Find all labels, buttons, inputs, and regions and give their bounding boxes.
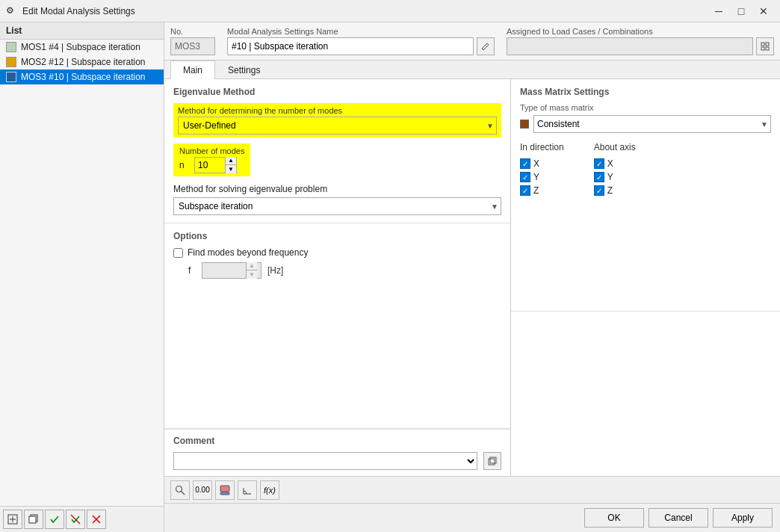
decrement-button[interactable]: ▼ — [226, 165, 236, 173]
delete-button[interactable] — [87, 510, 106, 529]
svg-rect-10 — [766, 43, 769, 46]
eigenvalue-section: Eigenvalue Method Method for determining… — [164, 79, 510, 223]
mass-type-select[interactable]: Consistent Lumped Rotational — [533, 115, 771, 133]
edit-name-button[interactable] — [477, 37, 495, 55]
direction-x-checkbox[interactable]: ✓ — [520, 158, 530, 169]
title-bar-controls: ─ □ ✕ — [708, 2, 774, 20]
color-button[interactable] — [215, 480, 235, 500]
ok-button[interactable]: OK — [584, 508, 644, 528]
cross-check-icon — [70, 514, 81, 525]
close-button[interactable]: ✕ — [753, 2, 774, 20]
name-input[interactable] — [227, 37, 474, 55]
svg-rect-18 — [220, 492, 229, 495]
solve-method-select[interactable]: Subspace iteration Lanczos ICG — [173, 197, 501, 215]
cancel-button[interactable]: Cancel — [649, 508, 708, 528]
name-row — [227, 37, 495, 55]
comment-row — [173, 452, 501, 470]
new-item-button[interactable] — [3, 510, 22, 529]
solve-method-label: Method for solving eigenvalue problem — [173, 184, 501, 194]
search-icon — [175, 485, 185, 495]
check-icon — [49, 514, 60, 525]
mass-matrix-title: Mass Matrix Settings — [520, 87, 771, 97]
comment-action-button[interactable] — [483, 452, 501, 470]
freq-input[interactable] — [202, 264, 246, 277]
direction-x-row: ✓ X — [520, 158, 564, 169]
assigned-action-button[interactable] — [756, 37, 774, 55]
assigned-field: Assigned to Load Cases / Combinations — [507, 27, 774, 55]
find-modes-checkbox[interactable] — [173, 248, 183, 258]
restore-button[interactable]: □ — [731, 2, 752, 20]
svg-rect-11 — [761, 47, 764, 50]
grid-icon — [761, 42, 770, 51]
new-icon — [7, 514, 18, 525]
direction-z-row: ✓ Z — [520, 185, 564, 196]
sidebar-item-mos3-label: MOS3 #10 | Subspace iteration — [21, 72, 146, 82]
formula-button[interactable]: f(x) — [260, 480, 279, 500]
svg-rect-13 — [489, 459, 495, 465]
window-title: Edit Modal Analysis Settings — [22, 6, 708, 16]
direction-y-checkbox[interactable]: ✓ — [520, 172, 530, 182]
no-label: No. — [170, 27, 215, 36]
angle-icon — [242, 485, 253, 495]
angle-button[interactable] — [238, 480, 257, 500]
tab-main[interactable]: Main — [170, 61, 215, 79]
right-panel: Mass Matrix Settings Type of mass matrix… — [511, 79, 780, 476]
sidebar-item-mos1[interactable]: MOS1 #4 | Subspace iteration — [0, 40, 164, 55]
right-panel-bottom — [511, 312, 780, 476]
svg-line-16 — [182, 491, 185, 495]
axis-z-checkbox[interactable]: ✓ — [594, 185, 604, 196]
apply-button[interactable]: Apply — [713, 508, 773, 528]
number-modes-spinner: ▲ ▼ — [225, 157, 236, 173]
panels-row: Eigenvalue Method Method for determining… — [164, 79, 780, 476]
comment-section: Comment — [164, 429, 510, 476]
method-determining-select[interactable]: User-Defined By frequency By eigenvalue — [178, 117, 497, 134]
assigned-value — [507, 37, 753, 55]
sidebar-item-mos3[interactable]: MOS3 #10 | Subspace iteration — [0, 69, 164, 84]
method-determining-box: Method for determining the number of mod… — [173, 103, 501, 137]
delete-icon — [91, 514, 102, 525]
mass-matrix-panel: Mass Matrix Settings Type of mass matrix… — [511, 79, 780, 312]
title-bar: ⚙ Edit Modal Analysis Settings ─ □ ✕ — [0, 0, 780, 22]
consistent-color-swatch — [520, 120, 529, 129]
method-determining-label: Method for determining the number of mod… — [178, 106, 497, 115]
footer-buttons: OK Cancel Apply — [164, 503, 780, 532]
check-button[interactable] — [45, 510, 64, 529]
sidebar: List MOS1 #4 | Subspace iteration MOS2 #… — [0, 22, 164, 532]
svg-rect-17 — [220, 486, 229, 492]
bottom-toolbar: 0.00 f(x) — [164, 476, 780, 503]
value-display-button[interactable]: 0.00 — [193, 480, 212, 500]
mos2-color-swatch — [6, 57, 16, 67]
increment-button[interactable]: ▲ — [226, 157, 236, 165]
mass-type-label: Type of mass matrix — [520, 103, 771, 112]
solve-method-dropdown: Subspace iteration Lanczos ICG ▼ — [173, 197, 501, 215]
minimize-button[interactable]: ─ — [708, 2, 729, 20]
axis-z-label: Z — [607, 185, 613, 196]
number-modes-input[interactable] — [195, 158, 225, 172]
content-area: List MOS1 #4 | Subspace iteration MOS2 #… — [0, 22, 780, 532]
sidebar-item-mos2-label: MOS2 #12 | Subspace iteration — [21, 57, 146, 67]
axis-y-row: ✓ Y — [594, 172, 636, 182]
left-panel: Eigenvalue Method Method for determining… — [164, 79, 511, 476]
sidebar-item-mos2[interactable]: MOS2 #12 | Subspace iteration — [0, 55, 164, 69]
direction-z-checkbox[interactable]: ✓ — [520, 185, 530, 196]
duplicate-button[interactable] — [24, 510, 43, 529]
settings-header: No. MOS3 Modal Analysis Settings Name As… — [164, 22, 780, 61]
find-modes-label: Find modes beyond frequency — [188, 247, 308, 258]
axis-y-checkbox[interactable]: ✓ — [594, 172, 604, 182]
search-button[interactable] — [170, 480, 190, 500]
svg-point-15 — [176, 486, 182, 492]
number-modes-label: Number of modes — [179, 146, 244, 155]
axis-x-checkbox[interactable]: ✓ — [594, 158, 604, 169]
svg-rect-12 — [766, 47, 769, 50]
comment-select[interactable] — [173, 452, 477, 470]
solve-method-field: Method for solving eigenvalue problem Su… — [173, 184, 501, 215]
right-area: No. MOS3 Modal Analysis Settings Name As… — [164, 22, 780, 532]
freq-increment-button[interactable]: ▲ — [247, 262, 257, 270]
number-modes-box: Number of modes n ▲ ▼ — [173, 143, 250, 176]
freq-decrement-button[interactable]: ▼ — [247, 270, 257, 279]
axis-x-label: X — [607, 158, 613, 169]
no-field: No. MOS3 — [170, 27, 215, 55]
tab-settings[interactable]: Settings — [215, 61, 273, 79]
main-container: List MOS1 #4 | Subspace iteration MOS2 #… — [0, 22, 780, 532]
cross-check-button[interactable] — [66, 510, 85, 529]
